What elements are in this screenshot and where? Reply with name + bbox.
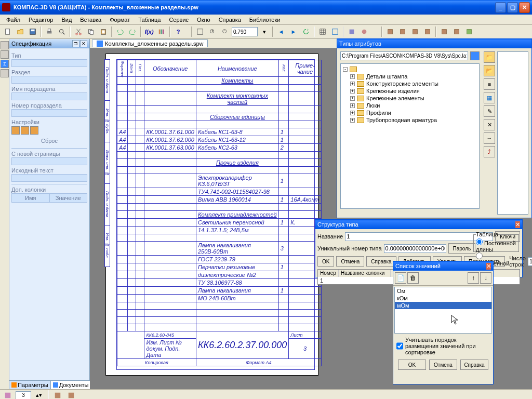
color-2[interactable] <box>21 126 29 135</box>
struct-name-input[interactable] <box>345 232 493 241</box>
add1-icon[interactable] <box>384 26 396 37</box>
struct-rows-input[interactable] <box>528 257 532 266</box>
attr-browse-icon[interactable] <box>470 51 480 60</box>
attr-btn5-icon[interactable]: ✎ <box>484 105 495 117</box>
attr-btn2-icon[interactable]: 📂 <box>484 65 495 76</box>
add6-icon[interactable] <box>451 26 462 37</box>
values-list[interactable]: Ом кОм мОм <box>394 287 492 334</box>
cut-icon[interactable] <box>73 26 84 37</box>
vals-help-button[interactable]: Справка <box>460 360 488 370</box>
status-icon3[interactable] <box>65 390 77 400</box>
vals-new-icon[interactable]: 📄 <box>395 272 406 284</box>
zoom-in-icon[interactable]: + <box>207 26 218 37</box>
menu-window[interactable]: Окно <box>193 16 215 24</box>
open-icon[interactable] <box>15 26 26 37</box>
subname-input[interactable] <box>11 92 87 100</box>
tree-item[interactable]: +Детали штампа <box>350 73 477 80</box>
save-icon[interactable] <box>27 26 38 37</box>
print-icon[interactable] <box>44 26 55 37</box>
vals-del-icon[interactable]: 🗑 <box>407 272 419 284</box>
vals-sort-checkbox[interactable] <box>396 337 403 355</box>
menu-service[interactable]: Сервис <box>165 16 193 24</box>
struct-cancel-button[interactable]: Отмена <box>336 256 364 267</box>
status-icon1[interactable] <box>2 390 14 400</box>
ltool-2-icon[interactable] <box>1 50 9 59</box>
ltool-1-icon[interactable] <box>1 41 9 49</box>
vals-ok-button[interactable]: OK <box>398 360 426 370</box>
maximize-button[interactable]: ▢ <box>507 2 518 13</box>
add5-icon[interactable] <box>438 26 450 37</box>
attr-tree[interactable]: - +Детали штампа +Конструкторские элемен… <box>340 63 480 209</box>
new-icon[interactable] <box>2 26 14 37</box>
menu-editor[interactable]: Редактор <box>24 16 57 24</box>
source-input[interactable] <box>11 174 87 182</box>
attr-btn4-icon[interactable]: ▦ <box>484 92 495 103</box>
tree-item[interactable]: +Конструкторские элементы <box>350 80 477 87</box>
subnum-input[interactable] <box>11 109 87 117</box>
attr-btn6-icon[interactable]: ✕ <box>484 119 495 130</box>
add2-icon[interactable] <box>397 26 408 37</box>
close-button[interactable]: ✕ <box>519 2 530 13</box>
struct-close-icon[interactable]: ✕ <box>515 221 520 228</box>
attr-btn7-icon[interactable]: → <box>484 132 495 144</box>
struct-ok-button[interactable]: OK <box>317 256 334 267</box>
tree-item[interactable]: +Крепежные изделия <box>350 87 477 95</box>
refresh-icon[interactable] <box>300 26 312 37</box>
menu-view[interactable]: Вид <box>57 16 76 24</box>
fx-icon[interactable]: f(x) <box>143 26 155 37</box>
struct-titlebar[interactable]: Структура типа ✕ <box>315 220 522 229</box>
zoom-fit-icon[interactable] <box>194 26 206 37</box>
help-icon[interactable]: ? <box>172 26 184 37</box>
paste-icon[interactable] <box>98 26 109 37</box>
drawing-sheet[interactable]: Подп. и дата Инв. № дубл. Взам. инв. № П… <box>105 54 318 376</box>
document-tab[interactable]: Комплекты_вложенные разделы.spw <box>92 39 208 47</box>
menu-help[interactable]: Справка <box>215 16 245 24</box>
ltool-4-icon[interactable] <box>1 69 9 77</box>
list-item[interactable]: Ом <box>395 287 491 295</box>
type-input[interactable] <box>11 59 87 67</box>
ltool-sigma-icon[interactable]: Σ <box>1 60 9 68</box>
menu-file[interactable]: Файл <box>2 16 24 24</box>
vals-up-icon[interactable]: ↑ <box>468 272 479 284</box>
status-icon2[interactable] <box>52 390 63 400</box>
minimize-button[interactable]: _ <box>495 2 506 13</box>
color-3[interactable] <box>30 126 38 135</box>
preview-icon[interactable] <box>56 26 68 37</box>
struct-radio-var[interactable] <box>476 252 483 259</box>
nav-prev-icon[interactable]: ◄ <box>275 26 287 37</box>
status-page-input[interactable] <box>16 391 31 400</box>
tree-root[interactable]: - <box>343 66 477 73</box>
tab-docs[interactable]: Документы <box>51 381 91 389</box>
attr-path-input[interactable] <box>340 51 468 60</box>
struct-uniq-input[interactable] <box>384 244 446 253</box>
zoom-input[interactable] <box>232 27 258 36</box>
menu-insert[interactable]: Вставка <box>76 16 105 24</box>
attr-btn1-icon[interactable]: 📁 <box>484 51 495 63</box>
lib-icon[interactable] <box>156 26 167 37</box>
vals-cancel-button[interactable]: Отмена <box>429 360 457 370</box>
section-input[interactable] <box>11 76 87 84</box>
reset-button[interactable]: Сброс <box>11 136 87 146</box>
window-icon[interactable] <box>329 26 341 37</box>
grid-icon[interactable] <box>317 26 328 37</box>
tool1-icon[interactable] <box>346 26 357 37</box>
attr-btn-exit-icon[interactable]: ⤴ <box>484 146 495 157</box>
add4-icon[interactable] <box>422 26 433 37</box>
menu-format[interactable]: Формат <box>105 16 134 24</box>
color-1[interactable] <box>11 126 20 135</box>
add3-icon[interactable] <box>409 26 421 37</box>
vals-titlebar[interactable]: Список значений ✕ <box>393 261 493 271</box>
list-item[interactable]: кОм <box>395 295 491 302</box>
menu-table[interactable]: Таблица <box>134 16 165 24</box>
tree-item[interactable]: +Трубопроводная арматура <box>350 116 477 124</box>
zoom-dropdown-icon[interactable]: ▾ <box>259 26 270 37</box>
zoom-out-icon[interactable]: - <box>219 26 231 37</box>
vals-close-icon[interactable]: ✕ <box>486 263 491 270</box>
attr-btn3-icon[interactable]: ≡ <box>484 78 495 90</box>
add7-icon[interactable] <box>463 26 475 37</box>
tool2-icon[interactable] <box>358 26 370 37</box>
undo-icon[interactable] <box>114 26 126 37</box>
copy-icon[interactable] <box>85 26 97 37</box>
attr-panel-titlebar[interactable]: Типы атрибутов <box>337 39 531 48</box>
vals-down-icon[interactable]: ↓ <box>480 272 491 284</box>
